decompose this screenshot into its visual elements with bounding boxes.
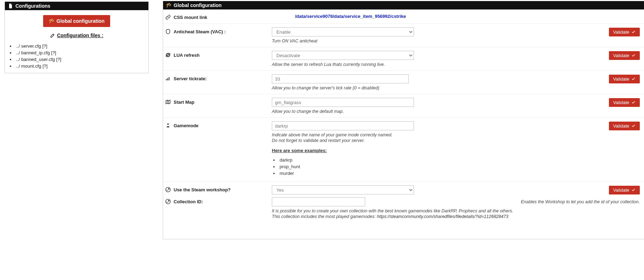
gamemode-example-item: darkrp	[273, 157, 640, 163]
configuration-files-label: Configuration files :	[57, 33, 103, 38]
workshop-select[interactable]: Yes	[272, 185, 414, 194]
steam-icon	[165, 199, 171, 204]
gamemode-example-item: prop_hunt	[273, 163, 640, 170]
check-icon	[631, 53, 636, 57]
svg-point-8	[168, 200, 169, 202]
gamemode-help1: Indicate above the name of your game mod…	[272, 132, 640, 137]
svg-point-3	[167, 123, 169, 125]
check-icon	[631, 30, 636, 34]
row-vac: Anticheat Steam (VAC) : Enable Validate …	[163, 24, 644, 47]
collection-input[interactable]	[272, 197, 365, 206]
configurations-panel: Configurations Global configuration Conf…	[5, 1, 149, 73]
startmap-help: Allow you to change the default map.	[272, 109, 640, 114]
gamemode-example-item: murder	[273, 170, 640, 177]
file-icon	[8, 3, 13, 9]
gamemode-examples-head: Here are some examples:	[272, 148, 640, 153]
row-startmap: Start Map Validate Allow you to change t…	[163, 94, 644, 118]
startmap-label: Start Map	[174, 100, 194, 105]
check-icon	[631, 124, 636, 128]
config-file-item[interactable]: ../ banned_ip.cfg [?]	[10, 49, 145, 56]
gamemode-input[interactable]	[272, 121, 414, 130]
tools-icon	[49, 18, 54, 24]
global-configuration-button[interactable]: Global configuration	[43, 15, 110, 27]
map-icon	[165, 99, 171, 105]
row-css-mount: CSS mount link /data/service9078/data/se…	[163, 9, 644, 24]
workshop-label: Use the Steam workshop?	[174, 187, 231, 192]
collection-help2: This collection includes the most played…	[272, 214, 640, 219]
lua-help: Allow the server to refresh Lua thats cu…	[272, 62, 640, 67]
collection-url-link[interactable]: https://steamcommunity.com/sharedfiles/f…	[377, 214, 508, 219]
config-file-item[interactable]: ../ mount.cfg [?]	[10, 63, 145, 69]
check-icon	[631, 188, 636, 192]
shield-icon	[165, 29, 171, 34]
collection-help1: It is possible for you to create your ow…	[272, 209, 640, 213]
configuration-files-link[interactable]: Configuration files :	[50, 33, 103, 38]
vac-help: Turn ON VAC anticheat	[272, 39, 640, 43]
config-file-item[interactable]: ../ server.cfg [?]	[10, 43, 145, 49]
lua-select[interactable]: Desactivate	[272, 51, 414, 60]
configurations-title: Configurations	[15, 3, 51, 9]
gamemode-icon	[165, 123, 171, 128]
svg-point-9	[167, 202, 168, 203]
svg-rect-1	[167, 78, 168, 81]
svg-point-5	[168, 188, 169, 190]
config-file-item[interactable]: ../ banned_user.cfg [?]	[10, 56, 145, 63]
row-workshop: Use the Steam workshop? Yes Validate	[163, 182, 644, 196]
check-icon	[631, 100, 636, 104]
row-gamemode: Gamemode Validate Indicate above the nam…	[163, 118, 644, 182]
check-icon	[631, 77, 636, 81]
link-icon	[165, 14, 171, 20]
svg-rect-0	[166, 79, 167, 80]
svg-point-4	[166, 187, 170, 192]
bars-icon	[165, 76, 171, 81]
startmap-validate-button[interactable]: Validate	[609, 98, 640, 107]
gamemode-help2: Do not forget to validate and restart yo…	[272, 138, 640, 143]
collection-label: Collection ID:	[174, 199, 203, 204]
steam-icon	[165, 187, 171, 192]
vac-label: Anticheat Steam (VAC) :	[174, 29, 226, 34]
tools-icon	[166, 2, 172, 8]
vac-select[interactable]: Enable	[272, 27, 414, 36]
css-mount-label: CSS mount link	[174, 15, 207, 20]
refresh-icon	[165, 52, 171, 58]
row-lua: LUA refresh Desactivate Validate Allow t…	[163, 47, 644, 71]
vac-validate-button[interactable]: Validate	[609, 28, 640, 36]
config-file-list: ../ server.cfg [?] ../ banned_ip.cfg [?]…	[8, 43, 145, 69]
svg-rect-2	[169, 77, 169, 80]
edit-icon	[50, 33, 55, 38]
tickrate-help: Allow you to change the server's tick ra…	[272, 86, 640, 90]
collection-note: Enables the Workshop to let you add the …	[371, 199, 640, 204]
startmap-input[interactable]	[272, 98, 414, 107]
global-config-title: Global configuration	[174, 2, 222, 8]
svg-point-6	[167, 190, 168, 191]
row-tickrate: Server tickrate: Validate Allow you to c…	[163, 71, 644, 94]
global-configuration-button-label: Global configuration	[56, 18, 105, 24]
workshop-validate-button[interactable]: Validate	[609, 186, 640, 194]
lua-label: LUA refresh	[174, 53, 200, 58]
tickrate-input[interactable]	[272, 74, 409, 83]
css-mount-path-link[interactable]: /data/service9078/data/service_item_9569…	[295, 14, 406, 19]
svg-point-7	[166, 199, 170, 204]
global-config-panel: Global configuration CSS mount link /dat…	[163, 1, 644, 239]
gamemode-examples-list: darkrp prop_hunt murder	[273, 157, 640, 177]
row-collection: Collection ID: Enables the Workshop to l…	[163, 196, 644, 223]
global-config-header: Global configuration	[163, 1, 644, 9]
tickrate-validate-button[interactable]: Validate	[609, 75, 640, 83]
gamemode-validate-button[interactable]: Validate	[609, 122, 640, 130]
lua-validate-button[interactable]: Validate	[609, 51, 640, 60]
gamemode-label: Gamemode	[174, 123, 199, 128]
configurations-header: Configurations	[5, 2, 148, 10]
tickrate-label: Server tickrate:	[174, 76, 207, 81]
